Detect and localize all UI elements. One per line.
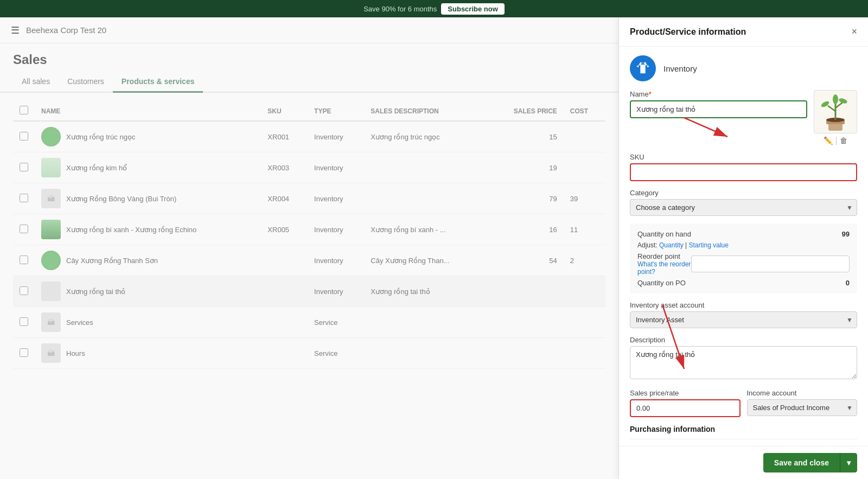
- adjust-quantity-link[interactable]: Quantity: [659, 241, 684, 249]
- edit-image-button[interactable]: ✏️: [824, 136, 833, 145]
- table-row[interactable]: Cây Xương Rồng Thanh Sơn Inventory Cây X…: [13, 245, 605, 276]
- product-panel: Product/Service information × Inventory: [618, 17, 868, 479]
- qty-on-po-row: Quantity on PO 0: [637, 279, 850, 287]
- table-row[interactable]: Xương rồng kim hổ XR003 Inventory 19: [13, 152, 605, 183]
- sales-price-input[interactable]: [630, 399, 741, 417]
- product-image: [41, 220, 61, 239]
- tab-products-services[interactable]: Products & services: [113, 72, 203, 93]
- income-account-field: Income account Sales of Product Income ▼: [747, 389, 858, 417]
- panel-footer: Save and close ▾: [619, 446, 868, 479]
- income-account-select-wrapper: Sales of Product Income ▼: [747, 399, 858, 416]
- category-label: Category: [630, 189, 857, 197]
- row-type: Inventory: [308, 121, 364, 152]
- qty-adjust-row: Adjust: Quantity | Starting value: [637, 241, 850, 249]
- tab-all-sales[interactable]: All sales: [13, 72, 59, 92]
- name-label: Name*: [630, 90, 807, 98]
- products-table: NAME SKU TYPE SALES DESCRIPTION SALES PR…: [13, 101, 605, 369]
- table-row[interactable]: Xương rồng bí xanh - Xương rồng Echino X…: [13, 214, 605, 245]
- col-sales-desc: SALES DESCRIPTION: [364, 101, 488, 121]
- select-all-checkbox[interactable]: [20, 106, 28, 114]
- table-row[interactable]: 🏔 Services Service: [13, 307, 605, 338]
- panel-close-button[interactable]: ×: [851, 26, 857, 37]
- reorder-row: Reorder point What's the reorder point?: [637, 252, 850, 276]
- product-type-row: Inventory: [630, 55, 857, 81]
- inventory-asset-label: Inventory asset account: [630, 301, 857, 309]
- table-row[interactable]: 🏔 Xương Rồng Bông Vàng (Bui Tròn) XR004 …: [13, 183, 605, 214]
- product-icon-circle: [630, 55, 656, 81]
- inventory-asset-select[interactable]: Inventory Asset: [630, 311, 857, 328]
- price-income-row: Sales price/rate Income account Sales of…: [630, 389, 857, 417]
- sales-price-label: Sales price/rate: [630, 389, 741, 397]
- col-type: TYPE: [308, 101, 364, 121]
- tab-bar: All sales Customers Products & services: [0, 72, 618, 93]
- row-name: Xương rồng kim hổ: [35, 152, 261, 183]
- qty-on-po-label: Quantity on PO: [637, 279, 686, 287]
- sku-label: SKU: [630, 153, 857, 161]
- reorder-point-label: Reorder point: [637, 252, 691, 260]
- inventory-asset-field: Inventory asset account Inventory Asset …: [630, 301, 857, 328]
- col-sku[interactable]: SKU: [261, 101, 308, 121]
- product-image-svg: [814, 91, 857, 133]
- table-row[interactable]: Xương rồng tai thỏ Inventory Xương rồng …: [13, 276, 605, 307]
- category-select-wrapper: Choose a category ▼: [630, 199, 857, 216]
- subscribe-button[interactable]: Subscribe now: [441, 3, 504, 15]
- row-checkbox[interactable]: [13, 152, 35, 183]
- purchasing-info-section: Purchasing information: [630, 425, 857, 439]
- description-textarea[interactable]: Xương rồng tai thỏ: [630, 346, 857, 379]
- svg-line-4: [828, 106, 835, 111]
- product-image-placeholder: 🏔: [41, 312, 61, 332]
- col-checkbox: [13, 101, 35, 121]
- name-image-row: Name*: [630, 90, 857, 145]
- row-checkbox[interactable]: [13, 121, 35, 152]
- income-account-select[interactable]: Sales of Product Income: [747, 399, 858, 416]
- product-image: [41, 127, 61, 146]
- inventory-asset-select-wrapper: Inventory Asset ▼: [630, 311, 857, 328]
- category-field: Category Choose a category ▼: [630, 189, 857, 216]
- category-select[interactable]: Choose a category: [630, 199, 857, 216]
- image-actions: ✏️ | 🗑: [824, 136, 847, 145]
- qty-on-po-value: 0: [846, 279, 850, 287]
- product-image: [41, 251, 61, 270]
- product-type-label: Inventory: [663, 64, 697, 73]
- purchasing-divider: [630, 439, 857, 439]
- name-field: Name*: [630, 90, 807, 118]
- sales-price-field: Sales price/rate: [630, 389, 741, 417]
- col-cost: COST: [564, 101, 605, 121]
- hamburger-icon[interactable]: ☰: [11, 24, 20, 36]
- qty-on-hand-value: 99: [842, 230, 850, 238]
- table-row[interactable]: Xương rồng trúc ngọc XR001 Inventory Xươ…: [13, 121, 605, 152]
- product-image: [41, 158, 61, 177]
- panel-title: Product/Service information: [630, 27, 746, 37]
- col-name: NAME: [35, 101, 261, 121]
- sku-input[interactable]: [630, 163, 857, 181]
- inventory-icon: [635, 61, 650, 76]
- row-cost: [564, 121, 605, 152]
- quantity-section: Quantity on hand 99 Adjust: Quantity | S…: [630, 223, 857, 293]
- company-name: Beehexa Corp Test 20: [26, 25, 106, 35]
- save-and-close-button[interactable]: Save and close: [763, 453, 840, 472]
- income-account-label: Income account: [747, 389, 858, 397]
- reorder-point-input[interactable]: [691, 256, 850, 272]
- table-row[interactable]: 🏔 Hours Service: [13, 338, 605, 369]
- product-image-placeholder: 🏔: [41, 189, 61, 208]
- sku-field: SKU: [630, 153, 857, 181]
- delete-image-button[interactable]: 🗑: [840, 136, 847, 145]
- product-image-placeholder: 🏔: [41, 343, 61, 363]
- panel-header: Product/Service information ×: [619, 17, 868, 47]
- row-name: Xương rồng trúc ngọc: [35, 121, 261, 152]
- tab-customers[interactable]: Customers: [59, 72, 113, 92]
- col-sales-price: SALES PRICE: [488, 101, 564, 121]
- description-label: Description: [630, 336, 857, 344]
- row-sku: XR001: [261, 121, 308, 152]
- page-title: Sales: [0, 43, 618, 67]
- products-table-container: NAME SKU TYPE SALES DESCRIPTION SALES PR…: [0, 93, 618, 479]
- promo-text: Save 90% for 6 months: [363, 5, 437, 13]
- reorder-link[interactable]: What's the reorder point?: [637, 260, 691, 276]
- panel-body: Inventory Name*: [619, 47, 868, 446]
- row-price: 15: [488, 121, 564, 152]
- starting-value-link[interactable]: Starting value: [689, 241, 729, 249]
- name-input[interactable]: [630, 100, 807, 118]
- save-button-group: Save and close ▾: [763, 453, 857, 472]
- description-field: Description Xương rồng tai thỏ: [630, 336, 857, 381]
- save-dropdown-button[interactable]: ▾: [840, 453, 857, 472]
